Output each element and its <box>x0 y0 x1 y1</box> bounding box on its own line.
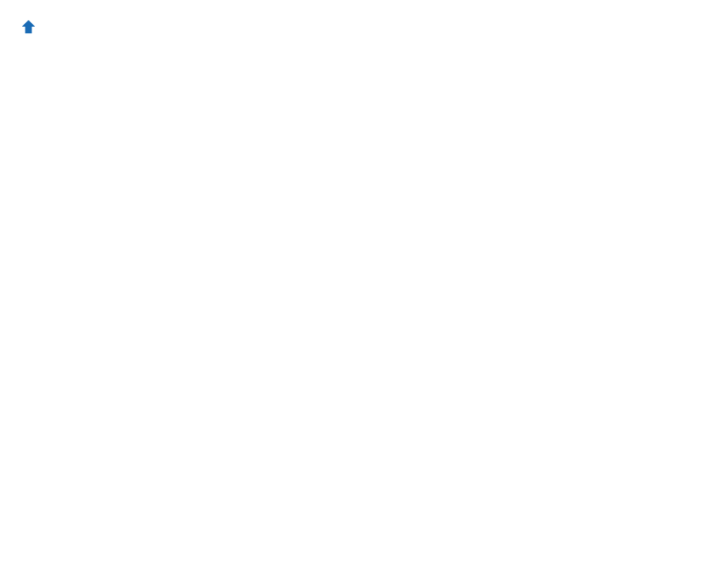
svg-marker-0 <box>22 20 35 33</box>
logo <box>18 18 37 35</box>
logo-icon <box>20 18 37 35</box>
page-header <box>18 18 710 35</box>
